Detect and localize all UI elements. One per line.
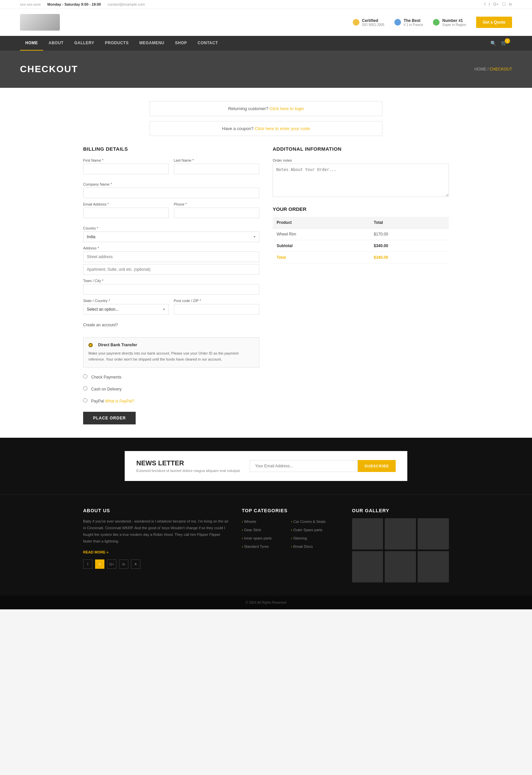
breadcrumb-home[interactable]: HOME xyxy=(474,67,486,71)
check-payments-option[interactable]: Check Payments xyxy=(83,371,259,383)
linkedin-icon[interactable]: in xyxy=(509,2,512,7)
company-input[interactable] xyxy=(83,188,259,198)
footer-about: ABOUT US Baby if you've ever wondered - … xyxy=(83,508,228,582)
footer-about-title: ABOUT US xyxy=(83,508,228,513)
category-gear-stick[interactable]: Gear Stick xyxy=(242,527,289,533)
badge-number1: Number #1 Super in Region xyxy=(433,18,466,27)
category-wheels[interactable]: Wheels xyxy=(242,518,289,525)
name-row: First Name * Last Name * xyxy=(83,158,259,178)
footer-bottom: © 2024 All Rights Reserved xyxy=(0,596,532,609)
nav-megamenu[interactable]: MEGAMENU xyxy=(134,36,170,51)
gallery-item-5[interactable] xyxy=(385,551,416,582)
gallery-item-3[interactable] xyxy=(418,518,449,550)
category-break-discs[interactable]: Break Discs xyxy=(291,543,338,550)
category-car-covers[interactable]: Car Covers & Seats xyxy=(291,518,338,525)
best-icon xyxy=(394,19,401,26)
gallery-item-4[interactable] xyxy=(352,551,383,582)
googleplus-icon[interactable]: G+ xyxy=(493,2,498,7)
bank-transfer-radio[interactable] xyxy=(88,343,93,347)
footer-main: ABOUT US Baby if you've ever wondered - … xyxy=(0,494,532,596)
footer-gallery: OUR GALLERY xyxy=(352,508,449,582)
country-select[interactable]: India xyxy=(83,231,259,242)
number1-title: Number #1 xyxy=(442,18,466,23)
product-column-header: Product xyxy=(273,217,370,228)
additional-section: Additonal Information Order notes xyxy=(273,146,449,198)
category-steering[interactable]: Steering xyxy=(291,535,338,542)
phone-input[interactable] xyxy=(174,207,260,218)
search-button[interactable]: 🔍 xyxy=(490,41,496,46)
country-label: Country * xyxy=(83,226,259,230)
logo-image xyxy=(20,14,60,31)
phone-label: Phone * xyxy=(174,202,260,206)
facebook-icon[interactable]: f xyxy=(484,2,485,7)
footer-twitter-icon[interactable]: t xyxy=(95,560,104,569)
place-order-button[interactable]: PLACE ORDER xyxy=(83,412,136,425)
check-payments-radio[interactable] xyxy=(83,374,87,378)
order-table: Product Total Wheel Rim $170.00 Subtotal… xyxy=(273,217,449,263)
newsletter-title: NEWS LETTER xyxy=(136,459,240,467)
total-row: Total $340.00 xyxy=(273,252,449,263)
nav-home[interactable]: HOME xyxy=(20,36,43,51)
footer-cloud-icon[interactable]: ☀ xyxy=(131,560,140,569)
nav-about[interactable]: ABOUT xyxy=(43,36,69,51)
first-name-input[interactable] xyxy=(83,164,169,174)
address-label: Address * xyxy=(83,246,259,250)
coupon-notice: Have a coupon? Click here to enter your … xyxy=(150,121,382,136)
last-name-input[interactable] xyxy=(174,164,260,174)
newsletter-box: NEWS LETTER Euismod tincidunt ut laoreet… xyxy=(125,451,407,481)
footer-facebook-icon[interactable]: f xyxy=(83,560,92,569)
payment-section: Direct Bank Transfer Make your payment d… xyxy=(83,337,259,425)
last-name-label: Last Name * xyxy=(174,158,260,162)
category-tyres[interactable]: Standard Tyres xyxy=(242,543,289,550)
newsletter-email-input[interactable] xyxy=(250,460,358,472)
cod-label: Cash on Delivery xyxy=(91,387,121,392)
twitter-icon[interactable]: t xyxy=(489,2,490,7)
footer-googleplus-icon[interactable]: G+ xyxy=(107,560,116,569)
company-group: Company Name * xyxy=(83,182,259,198)
cart-button[interactable]: 🛒1 xyxy=(501,40,512,46)
gallery-item-6[interactable] xyxy=(418,551,449,582)
cod-option[interactable]: Cash on Delivery xyxy=(83,383,259,395)
instagram-icon[interactable]: ☐ xyxy=(502,2,506,7)
city-input[interactable] xyxy=(83,284,259,295)
footer-linkedin-icon[interactable]: in xyxy=(119,560,128,569)
login-link[interactable]: Click here to login xyxy=(269,106,304,111)
first-name-group: First Name * xyxy=(83,158,169,174)
total-value: $340.00 xyxy=(370,252,449,263)
nav-products[interactable]: PRODUCTS xyxy=(100,36,134,51)
gallery-item-1[interactable] xyxy=(352,518,383,550)
hero-section: CHECKOUT HOME / CHECKOUT xyxy=(0,51,532,88)
badge-best: The Best # 1 in France xyxy=(394,18,423,27)
category-inner-spare[interactable]: Inner spare parts xyxy=(242,535,289,542)
nav-shop[interactable]: SHOP xyxy=(170,36,192,51)
coupon-link[interactable]: Click here to enter your code xyxy=(255,126,310,131)
top-bar-hours: Monday - Saturday 9:00 - 18:00 xyxy=(47,2,101,6)
state-group: State / Country * Select an option... xyxy=(83,299,169,315)
paypal-option[interactable]: PayPal What is PayPal? xyxy=(83,395,259,407)
postcode-input[interactable] xyxy=(174,304,260,315)
breadcrumb-current: CHECKOUT xyxy=(490,67,512,71)
category-outer-spare[interactable]: Outer Spare parts xyxy=(291,527,338,533)
total-label: Total xyxy=(273,252,370,263)
nav-links: HOME ABOUT GALLERY PRODUCTS MEGAMENU SHO… xyxy=(20,36,223,51)
newsletter-subscribe-button[interactable]: SUBSCRIBE xyxy=(358,460,396,472)
email-input[interactable] xyxy=(83,207,169,218)
paypal-info-link[interactable]: What is PayPal? xyxy=(105,399,134,404)
cod-radio[interactable] xyxy=(83,386,87,391)
footer-categories-list: Wheels Car Covers & Seats Gear Stick Out… xyxy=(242,518,338,550)
top-bar-email: contact@example.com xyxy=(108,2,145,6)
total-column-header: Total xyxy=(370,217,449,228)
order-notes-input[interactable] xyxy=(273,164,449,197)
read-more-link[interactable]: READ MORE » xyxy=(83,550,108,554)
first-name-label: First Name * xyxy=(83,158,169,162)
nav-gallery[interactable]: GALLERY xyxy=(69,36,99,51)
apt-input[interactable] xyxy=(83,264,259,275)
your-order-section: Your order Product Total Wheel Rim $170.… xyxy=(273,206,449,263)
paypal-radio[interactable] xyxy=(83,398,87,403)
get-quote-button[interactable]: Get a Quote xyxy=(476,17,512,28)
nav-contact[interactable]: CONTACT xyxy=(192,36,223,51)
logo[interactable] xyxy=(20,14,60,31)
state-select[interactable]: Select an option... xyxy=(83,304,169,315)
street-input[interactable] xyxy=(83,251,259,262)
gallery-item-2[interactable] xyxy=(385,518,416,550)
